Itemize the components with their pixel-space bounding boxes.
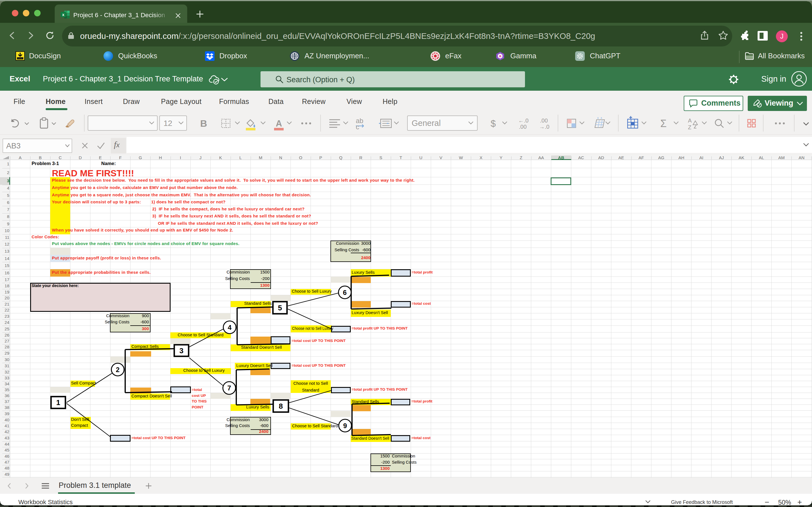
svg-text:B: B bbox=[200, 118, 207, 129]
svg-text:Z: Z bbox=[688, 124, 691, 130]
svg-text:Σ: Σ bbox=[660, 118, 666, 129]
svg-text:5: 5 bbox=[278, 304, 282, 312]
svg-text:9: 9 bbox=[343, 422, 347, 430]
svg-text:←.0: ←.0 bbox=[518, 117, 529, 124]
svg-text:1: 1 bbox=[56, 398, 60, 407]
svg-text:A: A bbox=[688, 117, 692, 124]
svg-text:A: A bbox=[276, 119, 282, 128]
svg-text:c: c bbox=[356, 123, 359, 131]
svg-text:8: 8 bbox=[279, 402, 283, 410]
svg-text:2: 2 bbox=[116, 366, 119, 374]
svg-text:3: 3 bbox=[179, 346, 183, 355]
svg-text:General: General bbox=[412, 119, 441, 128]
svg-text:.00: .00 bbox=[519, 124, 527, 130]
svg-text:6: 6 bbox=[343, 289, 347, 296]
svg-text:4: 4 bbox=[228, 324, 232, 331]
svg-text:$: $ bbox=[491, 118, 496, 129]
svg-text:→.0: →.0 bbox=[539, 124, 550, 130]
svg-text:x: x bbox=[62, 12, 64, 17]
svg-text:12: 12 bbox=[163, 119, 172, 128]
svg-text:.00: .00 bbox=[540, 117, 548, 124]
svg-text:7: 7 bbox=[227, 384, 231, 392]
